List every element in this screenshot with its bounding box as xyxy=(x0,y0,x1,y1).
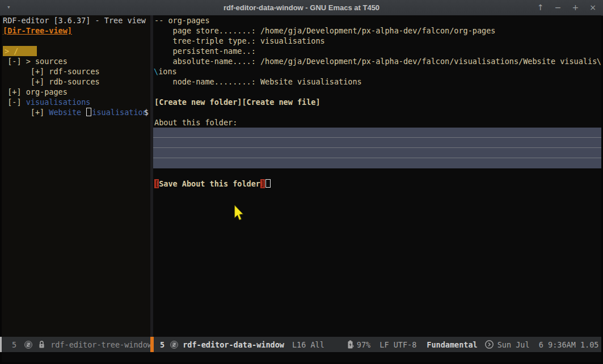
save-button-bracket-open[interactable]: [ xyxy=(154,179,159,188)
tree-item-rdb-sources[interactable]: [+] rdb-sources xyxy=(2,77,150,87)
line-position: L16 All xyxy=(292,340,324,349)
tree-root-item[interactable]: > / xyxy=(3,46,37,56)
window-controls: ↑ − + × xyxy=(537,0,596,15)
field-tree-triple-type: tree-triple type.: visualisations xyxy=(153,36,601,46)
clock-icon xyxy=(484,340,494,349)
buffer-name[interactable]: rdf-editor-tree-window xyxy=(50,340,152,349)
blank-line xyxy=(2,36,150,46)
mode-lines: 5 rdf-editor-tree-window 5 rdf-editor-da… xyxy=(2,337,601,352)
textarea-row[interactable] xyxy=(153,128,601,138)
wrapped-text: ions xyxy=(158,67,177,76)
data-pane: -- org-pages page store.......: /home/gj… xyxy=(153,15,601,337)
tree-item-website-label-a[interactable]: Website xyxy=(49,108,86,117)
window-title: rdf-editor-data-window - GNU Emacs at T4… xyxy=(224,0,379,15)
buffer-name[interactable]: rdf-editor-data-window xyxy=(183,340,284,349)
textarea-row[interactable] xyxy=(153,148,601,158)
window-menu-icon[interactable]: ▾ xyxy=(7,4,11,10)
dir-tree-view-link[interactable]: [Dir-Tree-view] xyxy=(3,26,72,35)
text-cursor xyxy=(265,179,271,188)
buffer-state-icon xyxy=(24,340,33,349)
tree-item-rdf-sources[interactable]: [+] rdf-sources xyxy=(2,66,150,77)
field-page-store: page store.......: /home/gja/Development… xyxy=(153,26,601,36)
textarea-row[interactable] xyxy=(153,158,601,168)
absolute-name-text: absolute-name....: /home/gja/Development… xyxy=(154,56,597,66)
emacs-frame: ▾ rdf-editor-data-window - GNU Emacs at … xyxy=(0,0,603,364)
battery-icon xyxy=(347,340,355,349)
tree-item-website-label-b[interactable]: isualisation xyxy=(92,108,147,117)
echo-area[interactable] xyxy=(2,352,601,362)
expand-toggle[interactable]: [+] xyxy=(3,108,49,117)
title-bar: ▾ rdf-editor-data-window - GNU Emacs at … xyxy=(0,0,603,16)
line-wrap-icon: \ xyxy=(597,56,601,66)
wrap-indicator-icon: \ xyxy=(154,67,158,76)
major-mode[interactable]: Fundamental xyxy=(427,340,477,349)
save-button-bracket-close[interactable]: ] xyxy=(260,179,265,188)
create-new-file-button[interactable]: [Create new file] xyxy=(242,98,320,107)
hollow-cursor xyxy=(86,108,91,116)
field-persistent-name: persistent-name..: xyxy=(153,46,601,56)
modeline-tree-window: 5 rdf-editor-tree-window xyxy=(2,337,150,352)
main-content: RDF-editor [3.6.37] - Tree view [Dir-Tre… xyxy=(2,15,601,337)
create-new-folder-button[interactable]: [Create new folder] xyxy=(154,98,242,107)
create-buttons-line: [Create new folder][Create new file] xyxy=(153,97,601,107)
modeline-data-window: 5 rdf-editor-data-window L16 All 97% LF … xyxy=(154,337,601,352)
about-folder-label: About this folder: xyxy=(153,117,601,128)
expand-toggle[interactable]: [-] xyxy=(3,98,26,107)
battery-percent: 97% xyxy=(357,340,370,349)
shade-button[interactable]: ↑ xyxy=(537,0,544,15)
line-org-pages: -- org-pages xyxy=(153,15,601,26)
tree-item-sources[interactable]: [-] > sources xyxy=(2,56,150,66)
tree-pane: RDF-editor [3.6.37] - Tree view [Dir-Tre… xyxy=(2,15,150,337)
datetime: Sun Jul 6 9:36AM 1.05 xyxy=(497,340,599,349)
lock-icon xyxy=(38,340,45,349)
close-button[interactable]: × xyxy=(589,0,596,15)
maximize-button[interactable]: + xyxy=(572,0,579,15)
encoding: LF UTF-8 xyxy=(379,340,416,349)
blank-line xyxy=(153,107,601,117)
about-folder-textarea[interactable] xyxy=(153,128,601,168)
window-number: 5 xyxy=(160,340,165,349)
blank-line xyxy=(153,87,601,97)
window-number: 5 xyxy=(12,340,16,349)
dir-tree-view-line: [Dir-Tree-view] xyxy=(2,26,150,36)
tree-root-line: > / xyxy=(2,46,150,56)
tree-item-visualisations-label[interactable]: visualisations xyxy=(26,98,91,107)
line-wrapped-ions: \ions xyxy=(153,66,601,77)
tree-item-visualisations[interactable]: [-] visualisations xyxy=(2,97,150,107)
save-about-folder-button[interactable]: Save About this folder xyxy=(159,179,260,188)
field-absolute-name: absolute-name....: /home/gja/Development… xyxy=(153,56,601,66)
textarea-row[interactable] xyxy=(153,138,601,148)
tree-item-org-pages[interactable]: [+] org-pages xyxy=(2,87,150,97)
minimize-button[interactable]: − xyxy=(555,0,562,15)
save-line: [Save About this folder] xyxy=(153,179,601,189)
field-node-name: node-name........: Website visualisation… xyxy=(153,77,601,87)
truncation-indicator: $ xyxy=(144,107,149,117)
tree-item-website-visualisation[interactable]: [+] Website isualisation$ xyxy=(2,107,150,117)
tree-header: RDF-editor [3.6.37] - Tree view xyxy=(2,15,150,26)
buffer-state-icon xyxy=(170,340,179,349)
blank-line xyxy=(153,168,601,179)
